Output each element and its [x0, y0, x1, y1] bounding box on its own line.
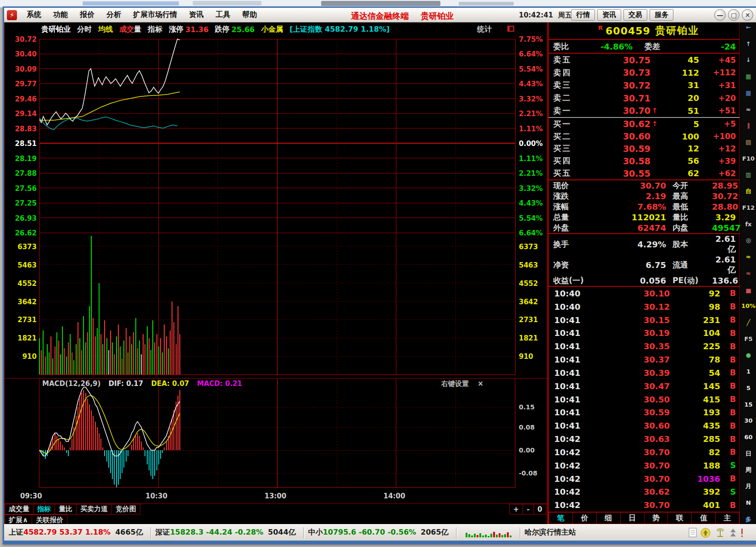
f5-switch-icon[interactable]: F5 [745, 336, 753, 342]
panel-tab-4[interactable]: 势 [645, 512, 668, 524]
back-icon[interactable]: ← [746, 24, 751, 30]
tab-indicator[interactable]: 指标 [148, 25, 162, 34]
news-page-icon[interactable]: ▤ [745, 139, 751, 145]
f12-trade-icon[interactable]: F12 [742, 205, 755, 211]
menu-item-4[interactable]: 扩展市场行情 [127, 10, 183, 20]
close-button[interactable]: ✕ [742, 9, 753, 21]
panel-tab-5[interactable]: 联 [668, 512, 692, 524]
menu-item-5[interactable]: 资讯 [183, 10, 210, 20]
nav-button-1[interactable]: 资讯 [597, 9, 621, 21]
panel-tab-2[interactable]: 细 [597, 512, 621, 524]
custom-stock-icon[interactable]: 自 [745, 188, 751, 194]
ten-percent-icon[interactable]: 10% [741, 303, 756, 309]
macd-context-hint[interactable]: 右键设置 × [441, 380, 484, 388]
tick-row-3[interactable]: 10:4130.19104B [549, 326, 739, 340]
panel-toggle-icon[interactable] [507, 26, 514, 32]
bid-row-5[interactable]: 买五30.5562+62 [549, 167, 739, 179]
f10-info-icon[interactable]: F10 [742, 156, 755, 162]
period-day[interactable]: 日 [745, 451, 751, 457]
tick-row-14[interactable]: 10:4230.701036B [549, 472, 739, 486]
minimize-button[interactable]: — [714, 9, 726, 21]
period-15min[interactable]: 15 [744, 402, 752, 407]
panel-tab-1[interactable]: 价 [573, 512, 597, 524]
kline-icon[interactable]: ‖ [747, 123, 750, 128]
macd-close-icon[interactable]: × [478, 380, 484, 388]
menu-item-1[interactable]: 功能 [47, 10, 74, 20]
tick-row-0[interactable]: 10:4030.1092B [549, 287, 739, 300]
ask-row-3[interactable]: 卖三30.7231+31 [549, 79, 739, 92]
chart-tab-0[interactable]: 成交量 [5, 504, 33, 514]
chart-tab-4[interactable]: 竞价图 [112, 504, 140, 514]
period-5min[interactable]: 5 [746, 385, 750, 391]
macd-chart[interactable]: 0.150.080.00-0.08 [5, 378, 548, 488]
tick-row-13[interactable]: 10:4230.70188S [549, 459, 739, 472]
report-icon[interactable]: ▦ [745, 73, 751, 79]
nav-button-0[interactable]: 行情 [571, 9, 595, 21]
wave-red-icon[interactable]: ≈ [746, 270, 751, 276]
tick-row-9[interactable]: 10:4130.59193B [549, 406, 739, 419]
sector-link[interactable]: 小金属 [261, 25, 283, 34]
tab-minute-chart[interactable]: 分时 [77, 25, 92, 34]
bid-row-1[interactable]: 买一30.62↑5+5 [549, 118, 739, 130]
stats-toggle[interactable]: 统计 [477, 25, 492, 34]
ask-row-5[interactable]: 卖五30.7545+45 [549, 54, 739, 67]
ask-row-4[interactable]: 卖四30.73112+112 [549, 67, 739, 79]
tick-row-12[interactable]: 10:4230.7082B [549, 446, 739, 459]
bid-row-3[interactable]: 买三30.5912+12 [549, 143, 739, 155]
nav-button-2[interactable]: 交易 [623, 9, 647, 21]
panel-tab-7[interactable]: 主 [716, 512, 739, 524]
tick-row-1[interactable]: 10:4030.1298B [549, 300, 739, 313]
bid-row-4[interactable]: 买四30.5856+39 [549, 155, 739, 167]
formula-icon[interactable]: fx [745, 221, 751, 227]
tick-row-4[interactable]: 10:4130.35225B [549, 340, 739, 353]
wave-yellow-icon[interactable]: ≈ [746, 254, 751, 260]
status-index-1[interactable]: 深证15828.3 -44.24 -0.28%5044亿 [156, 528, 296, 537]
tick-row-16[interactable]: 10:4230.70401B [549, 498, 739, 512]
zoom-out-button[interactable]: - [523, 504, 534, 514]
period-1min[interactable]: 1 [746, 368, 750, 374]
tick-row-2[interactable]: 10:4130.15231B [549, 313, 739, 327]
chart-tab-2[interactable]: 量比 [55, 504, 77, 514]
ask-row-2[interactable]: 卖二30.7120+20 [549, 92, 739, 105]
period-n[interactable]: N [746, 500, 751, 506]
tick-row-6[interactable]: 10:4130.3954B [549, 366, 739, 380]
menu-item-7[interactable]: 帮助 [236, 10, 263, 20]
menu-item-2[interactable]: 报价 [74, 10, 100, 20]
grid-quote-icon[interactable]: ▦ [745, 90, 751, 96]
menu-item-3[interactable]: 分析 [100, 10, 127, 20]
tick-row-10[interactable]: 10:4130.60435B [549, 419, 739, 432]
tick-row-5[interactable]: 10:4130.3778B [549, 353, 739, 366]
export-page-icon[interactable]: ▥ [745, 172, 751, 178]
zoom-icon[interactable]: ◎ [746, 237, 751, 243]
line-chart-icon[interactable]: ≈ [746, 106, 751, 112]
alert-icon[interactable] [741, 529, 743, 534]
scroll-down-icon[interactable]: ↓ [746, 57, 751, 63]
server-name[interactable]: 哈尔滨行情主站 [525, 528, 576, 537]
period-month[interactable]: 月 [745, 483, 751, 489]
scroll-up-icon[interactable]: ↑ [746, 41, 751, 47]
status-index-0[interactable]: 上证4582.79 53.37 1.18%4665亿 [9, 528, 143, 537]
zoom-reset-button[interactable]: 0 [534, 504, 546, 514]
tab-volume-white[interactable]: 量 [134, 25, 141, 34]
tab-volume-red[interactable]: 成交 [119, 25, 134, 34]
tick-row-7[interactable]: 10:4130.47145B [549, 380, 739, 393]
bid-row-2[interactable]: 买二30.60100+100 [549, 130, 739, 143]
menu-item-0[interactable]: 系统 [21, 10, 47, 20]
chart-tab-1[interactable]: 指标 [33, 504, 55, 514]
tick-row-15[interactable]: 10:4230.62392S [549, 485, 739, 498]
period-60min[interactable]: 60 [744, 434, 752, 440]
stock-title-row[interactable]: R 600459 贵研铂业 [549, 22, 739, 40]
menu-item-6[interactable]: 工具 [210, 10, 236, 20]
panel-tab-3[interactable]: 日 [621, 512, 645, 524]
app-logo-icon[interactable]: ⚡ [7, 10, 17, 20]
panel-tab-6[interactable]: 值 [692, 512, 716, 524]
maximize-button[interactable]: ▢ [728, 9, 739, 21]
tick-row-8[interactable]: 10:4130.50415B [549, 393, 739, 406]
tab-avg-line[interactable]: 均线 [98, 25, 113, 34]
multi-view[interactable]: 多 [745, 516, 751, 522]
bar-chart-icon[interactable]: ▅ [746, 287, 751, 293]
draw-line-icon[interactable]: ╱ [747, 319, 750, 325]
speed-up-icon[interactable] [730, 529, 736, 536]
price-volume-chart[interactable]: 30.727.75%30.406.64%30.095.54%29.774.43%… [5, 36, 548, 376]
globe-icon[interactable]: ● [746, 352, 751, 358]
